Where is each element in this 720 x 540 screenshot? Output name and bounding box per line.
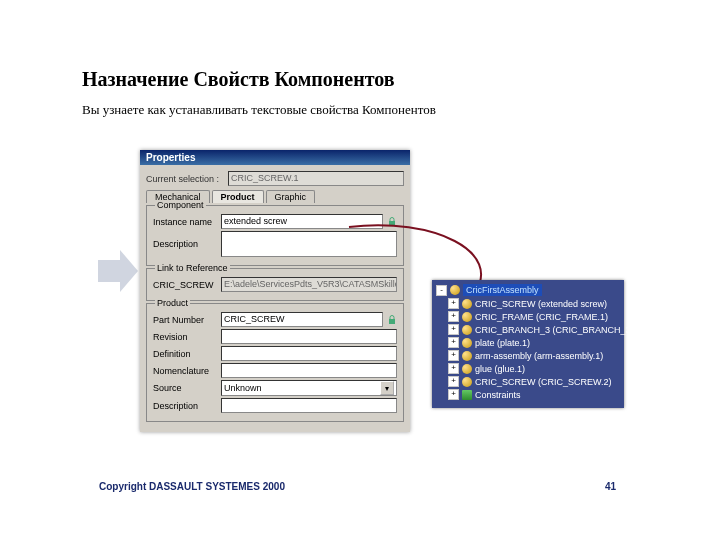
spec-tree: - CricFirstAssembly + CRIC_SCREW (extend… (432, 280, 624, 408)
tree-item-constraints[interactable]: + Constraints (448, 389, 620, 400)
dialog-titlebar: Properties (140, 150, 410, 165)
link-ref-field: E:\adele\ServicesPdts_V5R3\CATASMSkillet… (221, 277, 397, 292)
tree-item[interactable]: + glue (glue.1) (448, 363, 620, 374)
page-number: 41 (605, 481, 616, 492)
source-value: Unknown (224, 383, 262, 393)
expand-icon[interactable]: + (448, 311, 459, 322)
part-icon (462, 351, 472, 361)
expand-icon[interactable]: + (448, 376, 459, 387)
tree-item[interactable]: + plate (plate.1) (448, 337, 620, 348)
product-frame-label: Product (155, 298, 190, 308)
tree-item[interactable]: + CRIC_SCREW (CRIC_SCREW.2) (448, 376, 620, 387)
tree-item[interactable]: + CRIC_BRANCH_3 (CRIC_BRANCH_3.1) (448, 324, 620, 335)
part-icon (462, 364, 472, 374)
expand-icon[interactable]: - (436, 285, 447, 296)
properties-dialog: Properties Current selection : CRIC_SCRE… (140, 150, 410, 432)
tree-item-label: CRIC_BRANCH_3 (CRIC_BRANCH_3.1) (475, 325, 641, 335)
definition-label: Definition (153, 349, 217, 359)
lock-icon (387, 217, 397, 227)
tree-item[interactable]: + arm-assembly (arm-assembly.1) (448, 350, 620, 361)
expand-icon[interactable]: + (448, 389, 459, 400)
constraints-icon (462, 390, 472, 400)
chevron-down-icon[interactable]: ▾ (380, 381, 394, 395)
tree-item[interactable]: + CRIC_SCREW (extended screw) (448, 298, 620, 309)
revision-label: Revision (153, 332, 217, 342)
current-selection-field[interactable]: CRIC_SCREW.1 (228, 171, 404, 186)
expand-icon[interactable]: + (448, 298, 459, 309)
slide-subtitle: Вы узнаете как устанавливать текстовые с… (82, 102, 436, 118)
svg-rect-2 (389, 319, 395, 324)
nomenclature-field[interactable] (221, 363, 397, 378)
tree-item-label: Constraints (475, 390, 521, 400)
tree-item-label: plate (plate.1) (475, 338, 530, 348)
tree-item-label: CRIC_FRAME (CRIC_FRAME.1) (475, 312, 608, 322)
product-frame: Product Part Number CRIC_SCREW Revision … (146, 303, 404, 422)
expand-icon[interactable]: + (448, 337, 459, 348)
assembly-icon (450, 285, 460, 295)
link-frame-label: Link to Reference (155, 263, 230, 273)
source-select[interactable]: Unknown ▾ (221, 380, 397, 396)
lock-icon (387, 315, 397, 325)
part-icon (462, 312, 472, 322)
tree-item-label: glue (glue.1) (475, 364, 525, 374)
tree-item-label: CRIC_SCREW (extended screw) (475, 299, 607, 309)
definition-field[interactable] (221, 346, 397, 361)
component-frame-label: Component (155, 200, 206, 210)
description2-field[interactable] (221, 398, 397, 413)
link-ref-label: CRIC_SCREW (153, 280, 217, 290)
tree-item-label: CRIC_SCREW (CRIC_SCREW.2) (475, 377, 612, 387)
tab-graphic[interactable]: Graphic (266, 190, 316, 203)
part-icon (462, 299, 472, 309)
part-icon (462, 325, 472, 335)
tree-item[interactable]: + CRIC_FRAME (CRIC_FRAME.1) (448, 311, 620, 322)
current-selection-label: Current selection : (146, 174, 224, 184)
part-icon (462, 377, 472, 387)
description-field[interactable] (221, 231, 397, 257)
expand-icon[interactable]: + (448, 363, 459, 374)
instance-name-field[interactable]: extended screw (221, 214, 383, 229)
description2-label: Description (153, 401, 217, 411)
link-frame: Link to Reference CRIC_SCREW E:\adele\Se… (146, 268, 404, 301)
revision-field[interactable] (221, 329, 397, 344)
tree-root[interactable]: CricFirstAssembly (463, 284, 542, 296)
component-frame: Component Instance name extended screw D… (146, 205, 404, 266)
part-icon (462, 338, 472, 348)
expand-icon[interactable]: + (448, 324, 459, 335)
tree-item-label: arm-assembly (arm-assembly.1) (475, 351, 603, 361)
copyright: Copyright DASSAULT SYSTEMES 2000 (99, 481, 285, 492)
description-label: Description (153, 239, 217, 249)
svg-rect-1 (389, 221, 395, 226)
nomenclature-label: Nomenclature (153, 366, 217, 376)
instance-name-label: Instance name (153, 217, 217, 227)
source-label: Source (153, 383, 217, 393)
slide-title: Назначение Свойств Компонентов (82, 68, 395, 91)
step-arrow-icon (98, 250, 138, 292)
tab-product[interactable]: Product (212, 190, 264, 203)
part-number-field[interactable]: CRIC_SCREW (221, 312, 383, 327)
expand-icon[interactable]: + (448, 350, 459, 361)
svg-marker-0 (98, 250, 138, 292)
part-number-label: Part Number (153, 315, 217, 325)
